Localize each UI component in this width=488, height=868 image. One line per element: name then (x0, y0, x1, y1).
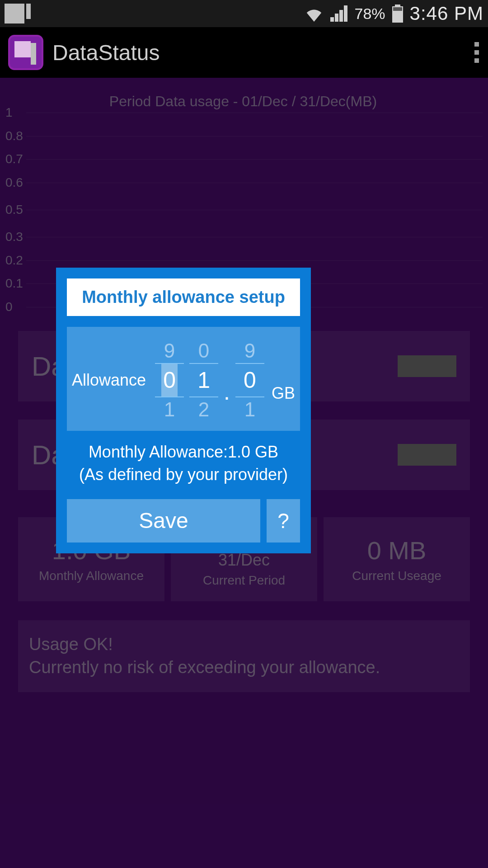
app-bar-left: DataStatus (8, 35, 160, 70)
status-bar: 78% 3:46 PM (0, 0, 488, 27)
save-button[interactable]: Save (67, 499, 260, 542)
allowance-spinner-ones[interactable]: 0 1 2 (189, 339, 218, 422)
battery-icon (392, 5, 404, 23)
wifi-icon (304, 5, 324, 22)
allowance-spinner-tenths[interactable]: 9 0 1 (235, 339, 264, 422)
svg-rect-1 (395, 5, 400, 7)
spinner-prev: 9 (164, 339, 175, 363)
allowance-picker: Allowance 9 0 1 0 1 2 . 9 (67, 327, 300, 431)
allowance-dialog: Monthly allowance setup Allowance 9 0 1 … (56, 268, 311, 553)
allowance-spinner-tens[interactable]: 9 0 1 (155, 339, 184, 422)
clock: 3:46 PM (410, 3, 483, 24)
notification-icon (5, 4, 24, 24)
status-right: 78% 3:46 PM (304, 3, 483, 24)
dialog-info-line1: Monthly Allowance:1.0 GB (67, 441, 300, 463)
spinner-prev: 0 (198, 339, 209, 363)
battery-percent: 78% (355, 5, 385, 23)
spinner-next: 1 (164, 397, 175, 422)
picker-label: Allowance (72, 371, 146, 390)
app-content: Period Data usage - 01/Dec / 31/Dec(MB) … (0, 78, 488, 868)
status-left (5, 4, 24, 24)
dialog-title: Monthly allowance setup (67, 278, 300, 316)
allowance-unit: GB (272, 358, 295, 403)
spinner-next: 2 (198, 397, 209, 422)
signal-icon (330, 5, 348, 22)
app-title: DataStatus (52, 40, 160, 65)
spinner-next: 1 (244, 397, 255, 422)
dialog-actions: Save ? (67, 499, 300, 542)
dialog-info-line2: (As defined by your provider) (67, 463, 300, 486)
spinner-current: 1 (197, 364, 210, 396)
help-button[interactable]: ? (267, 499, 300, 542)
decimal-point: . (224, 355, 230, 405)
overflow-menu-icon[interactable] (474, 42, 480, 63)
spinner-current: 0 (161, 364, 178, 396)
app-bar: DataStatus (0, 27, 488, 78)
svg-rect-2 (393, 7, 402, 11)
app-icon (8, 35, 43, 70)
spinner-current: 0 (244, 364, 256, 396)
spinner-prev: 9 (244, 339, 255, 363)
dialog-info: Monthly Allowance:1.0 GB (As defined by … (67, 441, 300, 486)
